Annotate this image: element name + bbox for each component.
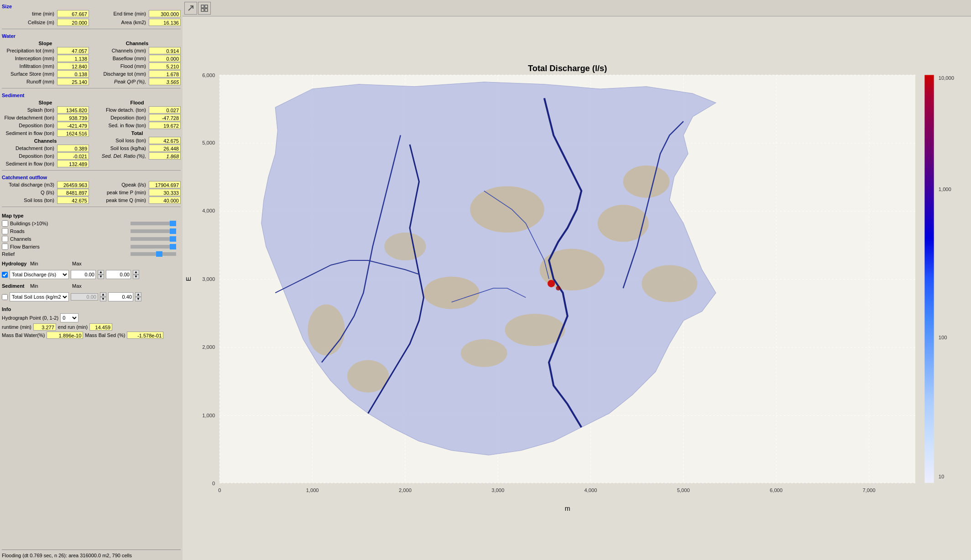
svg-rect-2 <box>201 9 204 11</box>
baseflow-label: Baseflow (mm) <box>94 56 148 61</box>
hydrology-min-spin[interactable]: ▲▼ <box>98 270 104 279</box>
y-tick-1000: 1,000 <box>202 413 215 418</box>
discharge-tot-row: Discharge tot (mm) 1.678 <box>94 70 181 78</box>
end-time-row: End time (min) 300.000 <box>94 10 181 17</box>
x-tick-1000: 1,000 <box>306 487 319 493</box>
map-svg: Total Discharge (l/s) E m 0 1,000 2,000 … <box>183 16 971 560</box>
x-tick-7000: 7,000 <box>862 487 875 493</box>
flood-mm-value: 5.210 <box>149 62 181 70</box>
channels-checkbox[interactable] <box>2 236 8 242</box>
land-patch-4 <box>598 205 649 242</box>
info-section: Info Hydrograph Point (0, 1-2) 0 runtime… <box>2 306 181 340</box>
toolbar-button-2[interactable] <box>198 2 211 15</box>
x-tick-5000: 5,000 <box>677 487 690 493</box>
discharge-tot-label: Discharge tot (mm) <box>94 71 148 77</box>
status-bar: Flooding (dt 0.769 sec, n 26): area 3160… <box>2 550 181 558</box>
x-tick-4000: 4,000 <box>585 487 597 493</box>
surface-store-label: Surface Store (mm) <box>2 71 56 77</box>
cellsize-row: Cellsize (m) 20.000 <box>2 19 89 26</box>
flood-mm-label: Flood (mm) <box>94 63 148 69</box>
flow-barriers-label: Flow Barriers <box>10 244 40 249</box>
area-row: Area (km2) 16.136 <box>94 19 181 26</box>
sediment-dropdown[interactable]: Total Soil Loss (kg/m2 <box>10 292 69 301</box>
roads-row: Roads <box>2 228 181 234</box>
y-axis-label: E <box>185 277 192 281</box>
sed-slope-title: Slope <box>2 100 89 105</box>
hotspot-2 <box>556 286 560 290</box>
legend-1000: 1,000 <box>939 187 951 192</box>
x-tick-2000: 2,000 <box>399 487 412 493</box>
land-patch-9 <box>623 166 670 198</box>
sediment-min-spin[interactable]: ▲▼ <box>100 292 106 301</box>
size-title: Size <box>2 4 181 9</box>
x-axis-label: m <box>565 505 570 512</box>
runtime-label: runtime (min) <box>2 324 31 330</box>
land-patch-1 <box>470 186 544 233</box>
hydrology-max-label: Max <box>72 261 86 266</box>
sediment-checkbox[interactable] <box>2 294 8 300</box>
sediment-map-controls: Total Soil Loss (kg/m2 ▲▼ ▲▼ <box>2 292 181 301</box>
mass-bal-water-label: Mass Bal Water(%) <box>2 332 45 338</box>
runtime-row: runtime (min) 3.277 end run (min) 14.459 <box>2 323 181 331</box>
map-type-section: Map type Buildings (>10%) Roads Channels… <box>2 213 181 258</box>
surface-store-row: Surface Store (mm) 0.138 <box>2 70 89 78</box>
svg-rect-3 <box>205 9 208 11</box>
land-patch-8 <box>347 360 389 393</box>
infiltration-value: 12.840 <box>57 62 89 70</box>
map-title-text: Total Discharge (l/s) <box>528 63 607 73</box>
sediment-min-input <box>71 293 98 301</box>
legend-10: 10 <box>939 474 944 479</box>
cellsize-value: 20.000 <box>57 19 89 26</box>
land-patch-2 <box>424 277 480 309</box>
peak-qp-value: 3.565 <box>149 78 181 85</box>
hydrology-controls: Total Discharge (l/s) ▲▼ ▲▼ <box>2 270 181 279</box>
toolbar-button-1[interactable] <box>184 2 197 15</box>
hydrology-dropdown[interactable]: Total Discharge (l/s) <box>10 270 69 279</box>
area-label: Area (km2) <box>94 20 148 25</box>
infiltration-row: Infiltration (mm) 12.840 <box>2 62 89 70</box>
x-tick-0: 0 <box>218 487 221 493</box>
hydrology-checkbox[interactable] <box>2 272 8 278</box>
buildings-checkbox[interactable] <box>2 220 8 227</box>
sediment-section: Sediment Slope Splash (ton) 1345.820 Flo… <box>2 91 181 168</box>
roads-checkbox[interactable] <box>2 228 8 234</box>
flow-barriers-checkbox[interactable] <box>2 244 8 250</box>
buildings-row: Buildings (>10%) <box>2 220 181 227</box>
sediment-title: Sediment <box>2 93 181 98</box>
hydro-point-row: Hydrograph Point (0, 1-2) 0 <box>2 313 181 322</box>
x-tick-6000: 6,000 <box>770 487 783 493</box>
cellsize-label: Cellsize (m) <box>2 20 56 25</box>
precip-label: Precipitation tot (mm) <box>2 48 56 53</box>
end-time-label: End time (min) <box>94 11 148 16</box>
interception-row: Interception (mm) 1.138 <box>2 55 89 62</box>
hydrology-min-input[interactable] <box>71 270 96 279</box>
sediment-min-label: Min <box>30 283 44 289</box>
channels-row: Channels <box>2 236 181 242</box>
catchment-title: Catchment outflow <box>2 175 181 180</box>
hydro-point-select[interactable]: 0 <box>60 313 78 322</box>
left-panel: Size time (min) 67.667 End time (min) 30… <box>0 0 183 560</box>
relief-row: Relief <box>2 251 181 257</box>
runoff-value: 25.140 <box>57 78 89 85</box>
channels-mm-row: Channels (mm) 0.914 <box>94 47 181 54</box>
legend-10000: 10,000 <box>939 75 954 81</box>
sediment-max-spin[interactable]: ▲▼ <box>135 292 141 301</box>
time-value: 67.667 <box>57 10 89 17</box>
y-tick-2000: 2,000 <box>202 344 215 350</box>
hydrology-max-input[interactable] <box>106 270 131 279</box>
land-patch-10 <box>642 265 697 302</box>
right-panel: Total Discharge (l/s) E m 0 1,000 2,000 … <box>183 0 971 560</box>
color-legend-bar <box>924 75 934 482</box>
map-container[interactable]: Total Discharge (l/s) E m 0 1,000 2,000 … <box>183 16 971 560</box>
mass-bal-sed-label: Mass Bal Sed (%) <box>85 332 125 338</box>
flood-mm-row: Flood (mm) 5.210 <box>94 62 181 70</box>
hydrology-title: Hydrology <box>2 261 29 266</box>
water-section: Water Slope Precipitation tot (mm) 47.05… <box>2 31 181 86</box>
time-row: time (min) 67.667 <box>2 10 89 17</box>
infiltration-label: Infiltration (mm) <box>2 63 56 69</box>
runoff-label: Runoff (mm) <box>2 79 56 84</box>
sediment-max-input[interactable] <box>108 292 133 301</box>
hydrology-max-spin[interactable]: ▲▼ <box>133 270 139 279</box>
mass-bal-sed-value: -1.578e-01 <box>127 332 163 339</box>
y-tick-3000: 3,000 <box>202 276 215 282</box>
